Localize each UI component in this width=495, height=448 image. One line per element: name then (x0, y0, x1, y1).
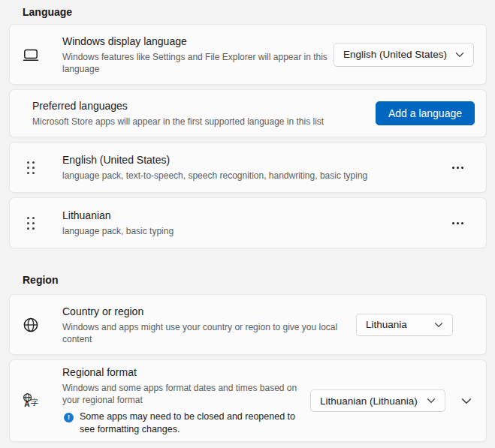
chevron-down-icon (461, 398, 472, 404)
country-text: Country or region Windows and apps might… (62, 305, 356, 345)
translate-icon: A 字 (22, 391, 40, 410)
preferred-languages-text: Preferred languages Microsoft Store apps… (32, 99, 376, 128)
preferred-languages-title: Preferred languages (32, 99, 376, 113)
language-item-name: English (United States) (62, 153, 451, 167)
more-options-button[interactable] (451, 162, 465, 173)
regional-format-controls: Lithuanian (Lithuania) (310, 389, 476, 412)
chevron-down-icon (434, 322, 443, 328)
regional-format-expand-button[interactable] (457, 392, 476, 410)
regional-format-select[interactable]: Lithuanian (Lithuania) (310, 389, 445, 412)
chevron-down-icon (455, 52, 464, 58)
language-item-text: Lithuanian language pack, basic typing (62, 209, 451, 237)
regional-format-info-row: ! Some apps may need to be closed and re… (62, 410, 310, 436)
laptop-icon (22, 46, 40, 64)
preferred-languages-description: Microsoft Store apps will appear in the … (32, 116, 376, 128)
drag-handle-icon[interactable] (22, 217, 40, 230)
display-language-text: Windows display language Windows feature… (62, 35, 334, 75)
display-language-title: Windows display language (62, 35, 334, 49)
windows-display-language-card: Windows display language Windows feature… (9, 24, 487, 85)
language-item-features: language pack, text-to-speech, speech re… (62, 170, 451, 182)
preferred-languages-card: Preferred languages Microsoft Store apps… (9, 89, 487, 137)
info-icon: ! (64, 413, 74, 422)
language-item-lithuanian: Lithuanian language pack, basic typing (9, 197, 487, 248)
language-item-text: English (United States) language pack, t… (62, 153, 451, 182)
svg-text:字: 字 (31, 398, 39, 407)
svg-text:A: A (24, 400, 30, 408)
globe-icon (22, 316, 40, 334)
regional-format-selected-value: Lithuanian (Lithuania) (320, 395, 418, 407)
display-language-select[interactable]: English (United States) (334, 43, 474, 67)
add-language-button[interactable]: Add a language (376, 101, 475, 125)
language-section-heading: Language (23, 5, 487, 20)
language-item-name: Lithuanian (62, 209, 451, 223)
country-selected-value: Lithuania (366, 319, 407, 330)
regional-format-description: Windows and some apps format dates and t… (62, 382, 310, 406)
drag-handle-icon[interactable] (22, 161, 40, 174)
display-language-selected-value: English (United States) (343, 49, 447, 60)
chevron-down-icon (427, 398, 436, 404)
regional-format-title: Regional format (62, 365, 310, 380)
regional-format-card: A 字 Regional format Windows and some app… (9, 359, 487, 442)
language-item-english-us: English (United States) language pack, t… (9, 142, 487, 193)
regional-format-info-text: Some apps may need to be closed and reop… (80, 410, 297, 436)
regional-format-text: Regional format Windows and some apps fo… (62, 365, 310, 436)
region-section-heading: Region (23, 272, 487, 287)
country-title: Country or region (62, 305, 356, 319)
language-region-settings-page: Language Windows display language Window… (0, 0, 495, 442)
country-description: Windows and apps might use your country … (62, 321, 356, 345)
more-options-button[interactable] (451, 218, 465, 229)
language-item-features: language pack, basic typing (62, 225, 451, 237)
country-or-region-card: Country or region Windows and apps might… (9, 294, 487, 355)
country-select[interactable]: Lithuania (356, 314, 453, 336)
display-language-description: Windows features like Settings and File … (62, 51, 334, 75)
